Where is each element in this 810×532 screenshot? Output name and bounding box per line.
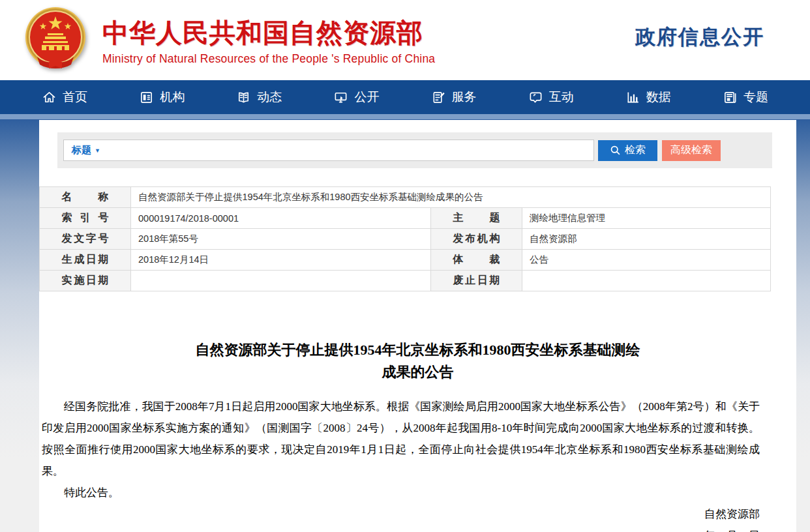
magnifier-icon (610, 145, 621, 156)
table-row: 索 引 号 000019174/2018-00001 主 题 测绘地理信息管理 (40, 208, 771, 229)
meta-label-publisher: 发布机构 (431, 229, 522, 250)
nav-label: 首页 (63, 89, 87, 106)
china-national-emblem-icon (23, 5, 88, 72)
meta-value-index: 000019174/2018-00001 (131, 208, 431, 229)
nav-item-data[interactable]: 数据 (625, 89, 671, 106)
nav-label: 机构 (160, 89, 185, 106)
news-icon (236, 90, 251, 105)
meta-value-publisher: 自然资源部 (522, 229, 771, 250)
meta-label-effective-date: 实施日期 (40, 271, 131, 291)
meta-value-subject: 测绘地理信息管理 (522, 208, 771, 229)
nav-bottom-strip (0, 114, 810, 119)
nav-item-service[interactable]: 服务 (431, 89, 477, 106)
site-titles: 中华人民共和国自然资源部 Ministry of Natural Resourc… (102, 5, 435, 66)
nav-item-disclosure[interactable]: 公开 (333, 89, 379, 106)
home-icon (42, 90, 57, 105)
meta-label-created-date: 生成日期 (40, 250, 131, 271)
nav-label: 服务 (452, 89, 477, 106)
nav-item-topics[interactable]: 专题 (723, 89, 768, 106)
search-field-dropdown[interactable]: 标题 ▼ (72, 144, 100, 156)
nav-item-news[interactable]: 动态 (236, 89, 282, 106)
meta-label-index: 索 引 号 (40, 208, 131, 229)
meta-value-name: 自然资源部关于停止提供1954年北京坐标系和1980西安坐标系基础测绘成果的公告 (131, 187, 771, 208)
nav-label: 公开 (354, 89, 379, 106)
interaction-icon (528, 90, 543, 105)
announcement-body: 经国务院批准，我国于2008年7月1日起启用2000国家大地坐标系。根据《国家测… (39, 396, 796, 532)
site-title-chinese: 中华人民共和国自然资源部 (102, 17, 435, 48)
org-icon (139, 90, 154, 105)
data-icon (625, 90, 640, 105)
nav-label: 专题 (743, 89, 768, 106)
announcement-title: 自然资源部关于停止提供1954年北京坐标系和1980西安坐标系基础测绘 成果的公… (39, 339, 796, 383)
search-button-label: 检索 (625, 143, 646, 157)
table-row: 生成日期 2018年12月14日 体 裁 公告 (40, 250, 771, 271)
site-title-english: Ministry of Natural Resources of the Peo… (102, 52, 435, 66)
nav-label: 动态 (257, 89, 282, 106)
disclosure-icon (333, 90, 348, 105)
meta-value-created-date: 2018年12月14日 (131, 250, 431, 271)
announcement-signature: 自然资源部 (42, 503, 760, 525)
advanced-search-label: 高级检索 (670, 143, 712, 157)
table-row: 发文字号 2018年第55号 发布机构 自然资源部 (40, 229, 771, 250)
meta-value-effective-date (131, 271, 431, 291)
announcement-paragraph: 经国务院批准，我国于2008年7月1日起启用2000国家大地坐标系。根据《国家测… (42, 396, 760, 482)
site-logo-link[interactable]: 中华人民共和国自然资源部 Ministry of Natural Resourc… (23, 5, 435, 72)
announcement-closing: 特此公告。 (42, 482, 760, 503)
document-meta-table: 名 称 自然资源部关于停止提供1954年北京坐标系和1980西安坐标系基础测绘成… (39, 186, 771, 291)
search-button[interactable]: 检索 (598, 140, 657, 161)
main-navigation: 首页 机构 动态 公开 服务 互 (0, 80, 810, 114)
announcement-date: 2018年12月14日 (42, 525, 760, 532)
nav-label: 互动 (549, 89, 574, 106)
nav-item-org[interactable]: 机构 (139, 89, 185, 106)
announcement-title-line1: 自然资源部关于停止提供1954年北京坐标系和1980西安坐标系基础测绘 (39, 339, 796, 361)
meta-label-repeal-date: 废止日期 (431, 271, 522, 291)
content-panel: 标题 ▼ 检索 高级检索 名 称 自然资源部关于停止提供1954年北京坐标系和1… (39, 120, 796, 532)
page-section-title: 政府信息公开 (635, 23, 764, 51)
announcement-title-line2: 成果的公告 (39, 361, 796, 383)
search-input[interactable]: 标题 ▼ (63, 140, 594, 161)
service-icon (431, 90, 446, 105)
meta-label-subject: 主 题 (431, 208, 522, 229)
nav-item-home[interactable]: 首页 (42, 89, 87, 106)
chevron-down-icon: ▼ (95, 147, 100, 154)
meta-value-genre: 公告 (522, 250, 771, 271)
table-row: 实施日期 废止日期 (40, 271, 771, 291)
search-field-label: 标题 (72, 144, 91, 156)
nav-item-interaction[interactable]: 互动 (528, 89, 574, 106)
search-bar: 标题 ▼ 检索 高级检索 (57, 132, 772, 168)
meta-label-docnumber: 发文字号 (40, 229, 131, 250)
meta-value-repeal-date (522, 271, 771, 291)
topics-icon (723, 90, 738, 105)
meta-value-docnumber: 2018年第55号 (131, 229, 431, 250)
meta-label-name: 名 称 (40, 187, 131, 208)
meta-label-genre: 体 裁 (431, 250, 522, 271)
site-header: 中华人民共和国自然资源部 Ministry of Natural Resourc… (0, 0, 810, 80)
advanced-search-button[interactable]: 高级检索 (662, 140, 721, 161)
nav-label: 数据 (646, 89, 671, 106)
table-row: 名 称 自然资源部关于停止提供1954年北京坐标系和1980西安坐标系基础测绘成… (40, 187, 771, 208)
